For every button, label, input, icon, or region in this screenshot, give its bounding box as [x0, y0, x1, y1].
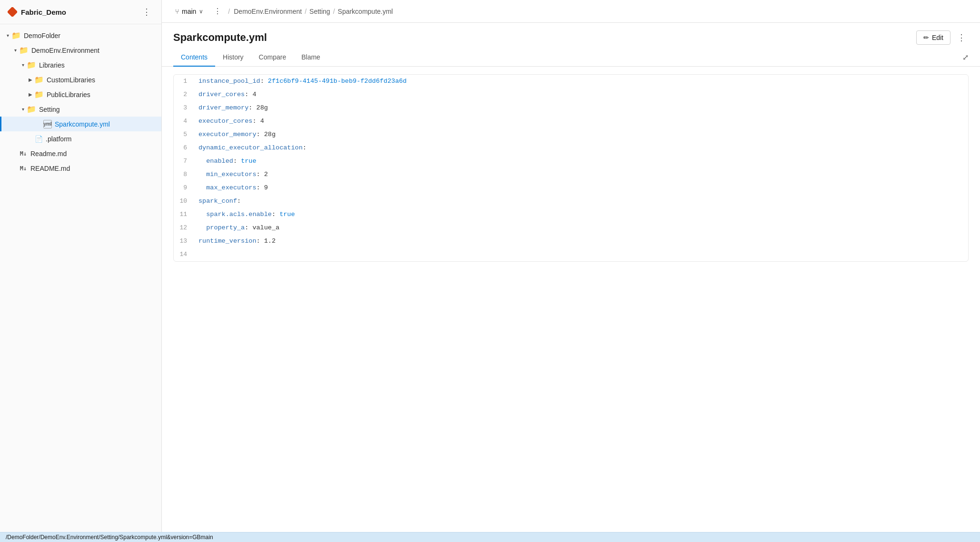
branch-chevron-icon: ∨: [199, 8, 203, 15]
tree-item-readme-md[interactable]: M↓Readme.md⋮: [0, 146, 161, 161]
tree-item-label: DemoEnv.Environment: [31, 47, 99, 54]
tab-compare[interactable]: Compare: [251, 49, 294, 67]
file-more-button[interactable]: ⋮: [954, 30, 969, 45]
md-file-icon: M↓: [19, 149, 28, 158]
breadcrumb-item-env[interactable]: DemoEnv.Environment: [234, 8, 302, 15]
line-content: min_executors: 2: [195, 168, 968, 181]
code-token-num: 4: [260, 118, 264, 125]
chevron-icon: ▾: [4, 32, 11, 39]
code-line: 2driver_cores: 4: [174, 88, 968, 101]
line-number: 14: [174, 248, 195, 261]
sidebar-title: Fabric_Demo: [21, 8, 66, 16]
line-number: 12: [174, 221, 195, 235]
edit-label: Edit: [932, 34, 943, 41]
branch-icon: ⑂: [175, 8, 179, 15]
chevron-icon: ▾: [11, 47, 19, 54]
tree-item-setting[interactable]: ▾📁Setting⋮: [0, 102, 161, 117]
tree-item-readme-MD[interactable]: M↓README.md⋮: [0, 161, 161, 176]
chevron-icon: ▶: [27, 91, 34, 99]
code-token-colon: :: [257, 131, 264, 138]
code-line: 6dynamic_executor_allocation:: [174, 141, 968, 155]
code-token-colon: :: [257, 237, 264, 245]
code-token-indent: [198, 171, 206, 178]
code-token-key: instance_pool_id: [198, 78, 260, 85]
tree-item-publiclibs[interactable]: ▶📁PublicLibraries⋮: [0, 87, 161, 102]
folder-icon: 📁: [27, 60, 36, 69]
code-token-num: 4: [252, 91, 256, 98]
breadcrumb-sep-1: /: [228, 8, 230, 15]
md-file-icon: M↓: [19, 164, 28, 173]
line-content: runtime_version: 1.2: [195, 235, 968, 248]
line-number: 11: [174, 208, 195, 221]
app-container: Fabric_Demo ⋮ ▾📁DemoFolder⋮▾📁DemoEnv.Env…: [0, 0, 980, 532]
code-token-colon: :: [303, 144, 307, 151]
line-content: dynamic_executor_allocation:: [195, 141, 968, 155]
code-token-num: 2: [264, 171, 268, 178]
file-actions: ✏ Edit ⋮: [916, 30, 969, 45]
line-content: driver_cores: 4: [195, 88, 968, 101]
code-line: 14: [174, 248, 968, 261]
code-token-num: 28g: [264, 131, 276, 138]
tree-item-customlibs[interactable]: ▶📁CustomLibraries⋮: [0, 72, 161, 87]
tree-item-label: Libraries: [39, 61, 65, 69]
tree-container: ▾📁DemoFolder⋮▾📁DemoEnv.Environment⋮▾📁Lib…: [0, 24, 161, 532]
code-token-key: spark_conf: [198, 197, 237, 205]
sidebar-title-area: Fabric_Demo: [8, 7, 66, 17]
branch-name: main: [182, 8, 196, 15]
breadcrumb-item-file[interactable]: Sparkcompute.yml: [338, 8, 393, 15]
tree-item-platform[interactable]: 📄.platform⋮: [0, 131, 161, 146]
edit-pencil-icon: ✏: [923, 34, 929, 41]
edit-button[interactable]: ✏ Edit: [916, 30, 950, 45]
tree-item-label: Readme.md: [30, 150, 67, 158]
tabs-bar: Contents History Compare Blame ⤢: [162, 49, 980, 67]
tab-contents[interactable]: Contents: [173, 49, 215, 67]
code-line: 10spark_conf:: [174, 195, 968, 208]
tree-item-demoenv[interactable]: ▾📁DemoEnv.Environment⋮: [0, 43, 161, 58]
folder-icon: 📁: [34, 75, 44, 84]
line-content: max_executors: 9: [195, 181, 968, 195]
code-token-colon: :: [233, 158, 241, 165]
code-token-key: executor_memory: [198, 131, 257, 138]
line-content: property_a: value_a: [195, 221, 968, 235]
chevron-icon: ▶: [27, 76, 34, 84]
code-token-key: dynamic_executor_allocation: [198, 144, 303, 151]
file-title: Sparkcompute.yml: [173, 31, 267, 44]
sidebar-more-button[interactable]: ⋮: [139, 6, 154, 18]
code-token-num: value_a: [252, 224, 279, 231]
tree-item-label: PublicLibraries: [47, 91, 90, 99]
topbar-more-button[interactable]: ⋮: [211, 5, 224, 18]
code-line: 1instance_pool_id: 2f1c6bf9-4145-491b-be…: [174, 75, 968, 88]
tab-blame[interactable]: Blame: [294, 49, 328, 67]
expand-icon[interactable]: ⤢: [962, 53, 969, 62]
code-token-key: min_executors: [206, 171, 256, 178]
code-token-key: max_executors: [206, 184, 256, 191]
tree-item-sparkcompute[interactable]: ymlSparkcompute.yml⋮: [0, 117, 161, 131]
main-content: ⑂ main ∨ ⋮ / DemoEnv.Environment / Setti…: [162, 0, 980, 532]
fabric-logo-icon: [8, 7, 17, 17]
line-number: 7: [174, 155, 195, 168]
code-token-num: 28g: [257, 104, 268, 111]
status-path: /DemoFolder/DemoEnv.Environment/Setting/…: [6, 534, 213, 541]
file-header: Sparkcompute.yml ✏ Edit ⋮: [162, 23, 980, 49]
tab-history[interactable]: History: [215, 49, 251, 67]
line-content: executor_cores: 4: [195, 115, 968, 128]
folder-icon: 📁: [27, 105, 36, 114]
tree-item-demofolder[interactable]: ▾📁DemoFolder⋮: [0, 28, 161, 43]
code-line: 5executor_memory: 28g: [174, 128, 968, 141]
tree-item-label: CustomLibraries: [47, 76, 95, 84]
code-line: 11 spark.acls.enable: true: [174, 208, 968, 221]
chevron-icon: ▾: [19, 61, 27, 69]
code-line: 13runtime_version: 1.2: [174, 235, 968, 248]
code-token-colon: :: [260, 78, 268, 85]
code-token-key: driver_memory: [198, 104, 248, 111]
line-number: 3: [174, 101, 195, 115]
code-token-key: spark.acls.enable: [206, 211, 272, 218]
branch-selector[interactable]: ⑂ main ∨: [171, 6, 207, 17]
breadcrumb-item-setting[interactable]: Setting: [309, 8, 330, 15]
line-content: spark_conf:: [195, 195, 968, 208]
code-token-key: executor_cores: [198, 118, 252, 125]
code-token-colon: :: [237, 197, 241, 205]
tree-item-libraries[interactable]: ▾📁Libraries⋮: [0, 58, 161, 72]
tree-item-label: DemoFolder: [24, 32, 60, 39]
code-token-colon: :: [245, 91, 252, 98]
